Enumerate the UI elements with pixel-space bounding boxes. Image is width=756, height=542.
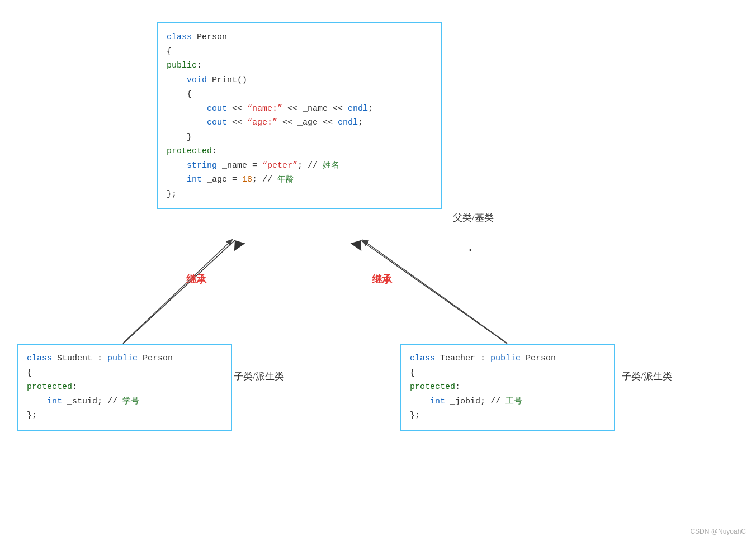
parent-class-box: class Person { public: void Print() { co…: [157, 22, 442, 209]
parent-line-6: cout << “name:” << _name << endl;: [167, 102, 432, 116]
parent-line-7: cout << “age:” << _age << endl;: [167, 116, 432, 130]
parent-line-10: string _name = “peter”; // 姓名: [167, 159, 432, 173]
teacher-class-box: class Teacher : public Person { protecte…: [400, 344, 615, 431]
parent-line-4: void Print(): [167, 73, 432, 88]
teacher-line-4: int _jobid; // 工号: [410, 394, 605, 409]
svg-line-0: [123, 240, 235, 344]
inherit-label-right: 继承: [372, 273, 392, 286]
parent-line-11: int _age = 18; // 年龄: [167, 173, 432, 187]
dot-decoration: .: [467, 241, 474, 254]
watermark: CSDN @NuyoahC: [690, 527, 746, 535]
student-class-box: class Student : public Person { protecte…: [17, 344, 232, 431]
svg-line-6: [365, 241, 507, 343]
teacher-sublabel: 子类/派生类: [622, 370, 672, 383]
student-line-1: class Student : public Person: [27, 351, 222, 366]
svg-line-2: [361, 240, 507, 344]
parent-label: 父类/基类: [453, 211, 494, 224]
student-line-5: };: [27, 408, 222, 423]
student-sublabel: 子类/派生类: [234, 370, 284, 383]
parent-line-9: protected:: [167, 144, 432, 159]
svg-line-5: [123, 241, 230, 343]
parent-line-12: };: [167, 187, 432, 202]
student-line-2: {: [27, 366, 222, 381]
svg-marker-3: [351, 236, 366, 251]
student-line-4: int _stuid; // 学号: [27, 394, 222, 409]
inherit-label-left: 继承: [186, 273, 206, 286]
teacher-line-2: {: [410, 366, 605, 381]
teacher-line-5: };: [410, 408, 605, 423]
parent-line-5: {: [167, 87, 432, 102]
parent-line-8: }: [167, 130, 432, 145]
parent-line-1: class Person: [167, 30, 432, 45]
student-line-3: protected:: [27, 380, 222, 394]
teacher-line-1: class Teacher : public Person: [410, 351, 605, 366]
svg-marker-1: [229, 236, 245, 251]
parent-line-2: {: [167, 45, 432, 59]
teacher-line-3: protected:: [410, 380, 605, 394]
parent-line-3: public:: [167, 59, 432, 73]
